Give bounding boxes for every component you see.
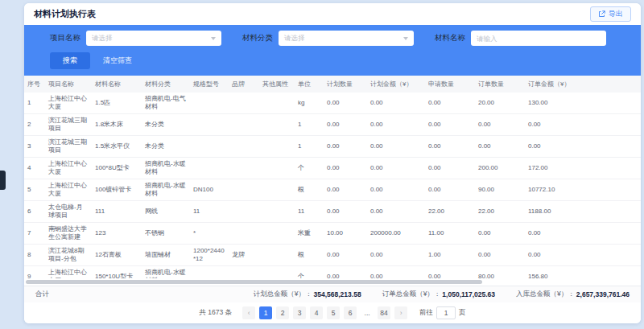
table-cell xyxy=(259,179,295,201)
column-header: 其他属性 xyxy=(259,76,295,93)
table-row[interactable]: 7南钢盛达大学生公寓新建123不锈钢*米重10.00200000.0011.00… xyxy=(24,223,641,245)
column-header: 材料名称 xyxy=(92,76,142,93)
table-cell: 4 xyxy=(24,158,45,179)
inbound-total-label: 入库总金额（¥）： xyxy=(516,290,575,299)
table-row[interactable]: 3滨江花城三期项目1.5米水平仪未分类10.000.000.000.000.00 xyxy=(24,136,641,158)
table-cell: 上海松江中心大厦 xyxy=(45,179,92,201)
table-cell: 11 xyxy=(190,201,229,223)
table-cell: 0.00 xyxy=(475,136,525,158)
table-cell: 150*10U型卡 xyxy=(92,266,142,279)
table-cell: 滨江花城三期项目 xyxy=(45,114,92,136)
project-name-select[interactable]: 请选择 xyxy=(86,31,221,46)
page-button-2[interactable]: 2 xyxy=(276,306,289,319)
table-cell xyxy=(190,158,229,179)
table-cell: 龙牌 xyxy=(229,245,259,266)
table-cell: 0.00 xyxy=(475,245,525,266)
export-label: 导出 xyxy=(609,9,623,19)
table-cell xyxy=(229,93,259,114)
next-page-button[interactable]: › xyxy=(394,306,407,319)
page-button-1[interactable]: 1 xyxy=(259,306,272,319)
table-row[interactable]: 2滨江花城三期项目1.8米木床未分类10.000.000.000.000.00 xyxy=(24,114,641,136)
export-button[interactable]: 导出 xyxy=(590,6,631,22)
table-cell xyxy=(259,114,295,136)
material-name-input[interactable] xyxy=(477,35,601,43)
table-cell: 5 xyxy=(24,179,45,201)
table-cell: 11 xyxy=(295,201,324,223)
table-cell: 招商机电-水暖材料 xyxy=(142,158,190,179)
page-button-4[interactable]: 4 xyxy=(310,306,323,319)
table-cell: 0.00 xyxy=(324,114,367,136)
table-row[interactable]: 4上海松江中心大厦100*8U型卡招商机电-水暖材料个0.000.000.002… xyxy=(24,158,641,179)
horizontal-scrollbar-track[interactable] xyxy=(24,278,641,286)
page-button-6[interactable]: 6 xyxy=(344,306,357,319)
table-cell: 22.00 xyxy=(475,201,525,223)
page-button-5[interactable]: 5 xyxy=(327,306,340,319)
goto-prefix-label: 前往 xyxy=(419,308,433,318)
table-cell: 0.00 xyxy=(367,93,425,114)
table-cell: 个 xyxy=(295,158,324,179)
table-cell xyxy=(190,266,229,279)
filter-actions: 搜索 清空筛查 xyxy=(50,52,630,69)
table-cell xyxy=(229,158,259,179)
column-header: 订单数量 xyxy=(475,76,525,93)
table-cell xyxy=(259,201,295,223)
project-name-label: 项目名称 xyxy=(50,33,80,43)
inbound-total-amount: 入库总金额（¥）： 2,657,339,761.46 xyxy=(516,290,630,299)
table-cell: 上海松江中心大厦 xyxy=(45,266,92,279)
page-button-84[interactable]: 84 xyxy=(378,306,390,319)
table-cell: 80.00 xyxy=(475,266,525,279)
material-category-select[interactable]: 请选择 xyxy=(279,31,414,46)
prev-page-button[interactable]: ‹ xyxy=(242,306,255,319)
table-cell: 100镀锌管卡 xyxy=(92,179,142,201)
table-cell: DN100 xyxy=(190,179,229,201)
table-cell: 滨江花城三期项目 xyxy=(45,136,92,158)
column-header: 序号 xyxy=(24,76,45,93)
table-cell: 1.00 xyxy=(425,245,475,266)
page-title: 材料计划执行表 xyxy=(34,8,96,20)
inbound-total-value: 2,657,339,761.46 xyxy=(576,290,630,298)
summary-total-label: 合计 xyxy=(35,290,49,299)
total-count-text: 共 1673 条 xyxy=(199,308,232,318)
column-header: 单位 xyxy=(295,76,324,93)
table-cell xyxy=(190,136,229,158)
table-cell xyxy=(259,136,295,158)
table-cell: 0.00 xyxy=(367,158,425,179)
page-number-list: 123456...84 xyxy=(259,306,390,319)
table-cell: 0.00 xyxy=(324,93,367,114)
table-row[interactable]: 9上海松江中心大厦150*10U型卡招商机电-水暖材料个0.000.000.00… xyxy=(24,266,641,279)
table-cell: 招商机电-水暖材料 xyxy=(142,266,190,279)
horizontal-scrollbar-thumb[interactable] xyxy=(26,280,482,284)
search-button[interactable]: 搜索 xyxy=(50,52,90,69)
table-row[interactable]: 1上海松江中心大厦1.5匹招商机电-电气材料kg0.000.000.0020.0… xyxy=(24,93,641,114)
table-cell xyxy=(229,266,259,279)
page-goto-input[interactable] xyxy=(436,306,456,319)
table-cell: 200000.00 xyxy=(367,223,425,245)
table-row[interactable]: 8滨江花城8期项目-分包12石膏板墙面铺材1200*2440*12龙牌根0.00… xyxy=(24,245,641,266)
clear-filter-button[interactable]: 清空筛查 xyxy=(103,56,132,66)
table-row[interactable]: 5上海松江中心大厦100镀锌管卡招商机电-水暖材料DN100根0.000.000… xyxy=(24,179,641,201)
column-header: 品牌 xyxy=(229,76,259,93)
sidebar-collapsed-tab[interactable] xyxy=(0,171,6,190)
table-row[interactable]: 6太仓电梯-月球项目111网线11110.000.0022.0022.00118… xyxy=(24,201,641,223)
table-cell: 9 xyxy=(24,266,45,279)
table-cell: 100*8U型卡 xyxy=(92,158,142,179)
table-cell: 0.00 xyxy=(425,266,475,279)
goto-page: 前往 页 xyxy=(419,306,466,319)
table-cell: 0.00 xyxy=(367,114,425,136)
material-category-placeholder: 请选择 xyxy=(284,34,305,43)
column-header: 计划数量 xyxy=(324,76,367,93)
table-cell: 0.00 xyxy=(324,245,367,266)
table-cell: 8 xyxy=(24,245,45,266)
table-cell: 1.5匹 xyxy=(92,93,142,114)
table-cell xyxy=(190,93,229,114)
table-cell xyxy=(229,223,259,245)
table-cell: 0.00 xyxy=(425,136,475,158)
table-header-row: 序号项目名称材料名称材料分类规格型号品牌其他属性单位计划数量计划金额（¥）申请数… xyxy=(24,76,641,93)
table-cell: 0.00 xyxy=(525,223,641,245)
page-button-3[interactable]: 3 xyxy=(293,306,306,319)
chevron-down-icon xyxy=(211,37,216,40)
main-panel: 材料计划执行表 导出 项目名称 请选择 材料分类 请选择 xyxy=(24,3,641,323)
table-cell: 22.00 xyxy=(425,201,475,223)
table-cell: kg xyxy=(295,93,324,114)
table-cell xyxy=(259,158,295,179)
